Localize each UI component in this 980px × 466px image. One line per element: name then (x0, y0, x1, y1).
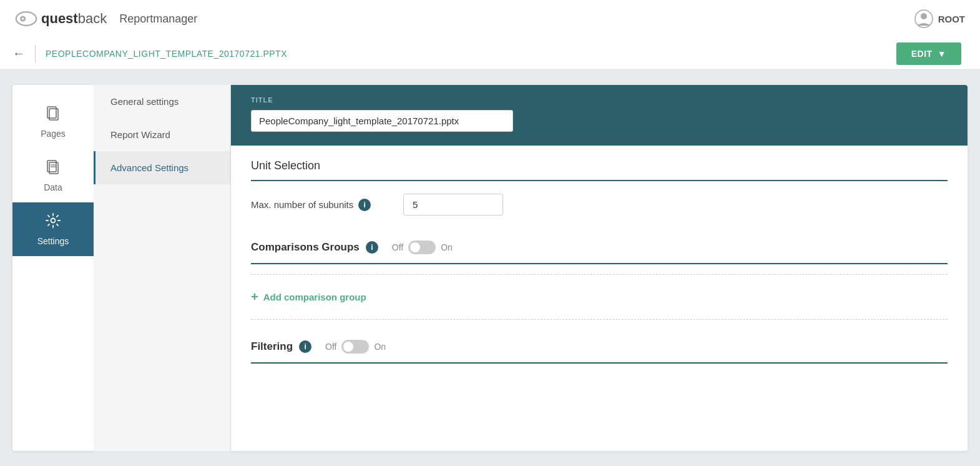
sidebar-item-settings[interactable]: Settings (12, 202, 94, 256)
filtering-toggle-wrapper: Off On (325, 340, 386, 354)
breadcrumb-left: ← PEOPLECOMPANY_LIGHT_TEMPLATE_20170721.… (12, 45, 287, 62)
logo-icon (15, 7, 37, 30)
content-body: Unit Selection Max. number of subunits i… (231, 146, 968, 384)
add-comparison-group-button[interactable]: + Add comparison group (251, 285, 948, 309)
add-comparison-label: Add comparison group (263, 292, 366, 302)
sidebar-pages-label: Pages (41, 129, 66, 139)
toggle-knob (410, 242, 420, 252)
filtering-toggle[interactable] (341, 340, 369, 354)
title-label: TITLE (251, 96, 948, 104)
max-subunits-label: Max. number of subunits i (251, 199, 388, 211)
title-input[interactable] (251, 110, 513, 132)
breadcrumb-divider (35, 45, 36, 62)
data-icon (45, 159, 61, 179)
comparison-groups-header: Comparisons Groups i Off On (251, 231, 948, 264)
svg-point-2 (22, 17, 24, 20)
user-menu[interactable]: ROOT (914, 9, 965, 28)
logo-text: questback (41, 11, 107, 27)
logo: questback (15, 7, 107, 30)
sidebar-settings-label: Settings (37, 236, 69, 246)
content-header: TITLE (231, 85, 968, 146)
main-layout: Pages Data Settings General settings Rep… (0, 70, 980, 466)
user-avatar-icon (914, 9, 933, 28)
user-label: ROOT (938, 14, 965, 24)
content-area: TITLE Unit Selection Max. number of subu… (231, 85, 968, 451)
filtering-toggle-knob (343, 342, 353, 352)
top-navbar: questback Reportmanager ROOT (0, 0, 980, 37)
breadcrumb-bar: ← PEOPLECOMPANY_LIGHT_TEMPLATE_20170721.… (0, 37, 980, 70)
pages-icon (45, 105, 61, 125)
navbar-right: ROOT (914, 9, 965, 28)
unit-selection-title: Unit Selection (251, 146, 948, 181)
comparison-groups-toggle-wrapper: Off On (392, 240, 453, 254)
filtering-title: Filtering (251, 340, 293, 353)
middle-nav: General settings Report Wizard Advanced … (94, 85, 231, 451)
comparison-groups-toggle[interactable] (408, 240, 436, 254)
max-subunits-input[interactable] (403, 194, 503, 216)
filtering-on-label: On (374, 342, 386, 352)
breadcrumb-filename: PEOPLECOMPANY_LIGHT_TEMPLATE_20170721.PP… (46, 49, 287, 59)
app-title: Reportmanager (119, 12, 197, 26)
svg-point-0 (16, 12, 36, 26)
nav-item-advanced-settings[interactable]: Advanced Settings (94, 151, 230, 184)
svg-point-4 (921, 13, 927, 19)
back-button[interactable]: ← (12, 46, 25, 61)
chevron-down-icon: ▼ (938, 49, 946, 59)
dashed-separator-bottom (251, 319, 948, 320)
sidebar-item-pages[interactable]: Pages (12, 95, 94, 149)
nav-item-report-wizard[interactable]: Report Wizard (94, 118, 230, 151)
comparison-off-label: Off (392, 242, 403, 252)
filtering-header: Filtering i Off On (251, 330, 948, 364)
edit-button[interactable]: EDIT ▼ (896, 42, 961, 65)
filtering-off-label: Off (325, 342, 336, 352)
svg-point-11 (51, 219, 56, 223)
filtering-info-icon[interactable]: i (299, 340, 311, 353)
left-sidebar: Pages Data Settings (12, 85, 94, 451)
settings-icon (45, 212, 61, 232)
max-subunits-row: Max. number of subunits i (251, 194, 948, 216)
comparison-groups-info-icon[interactable]: i (366, 241, 378, 254)
sidebar-data-label: Data (44, 182, 62, 192)
comparison-on-label: On (441, 242, 453, 252)
comparison-groups-title: Comparisons Groups (251, 241, 360, 254)
sidebar-item-data[interactable]: Data (12, 149, 94, 202)
nav-item-general-settings[interactable]: General settings (94, 85, 230, 118)
plus-icon: + (251, 290, 258, 304)
max-subunits-info-icon[interactable]: i (358, 199, 371, 211)
navbar-left: questback Reportmanager (15, 7, 197, 30)
dashed-separator-top (251, 274, 948, 275)
